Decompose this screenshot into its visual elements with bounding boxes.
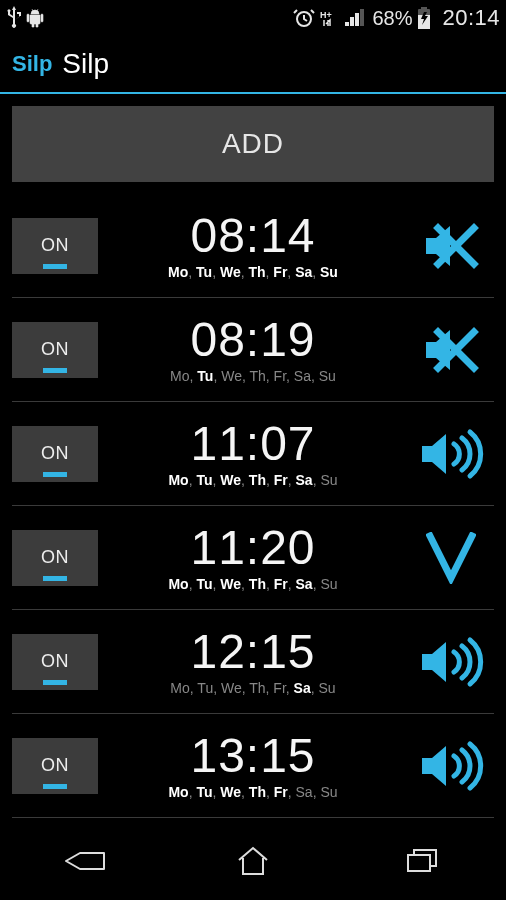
day-label: Sa	[295, 264, 312, 280]
time-block[interactable]: 08:14Mo, Tu, We, Th, Fr, Sa, Su	[98, 212, 408, 280]
day-label: We	[220, 472, 241, 488]
days-row: Mo, Tu, We, Th, Fr, Sa, Su	[168, 264, 338, 280]
day-label: Tu	[196, 576, 212, 592]
schedule-time: 13:15	[190, 732, 315, 780]
svg-text:H+: H+	[320, 10, 332, 20]
schedule-time: 12:15	[190, 628, 315, 676]
day-label: Fr	[274, 368, 286, 384]
day-label: Fr	[274, 472, 288, 488]
day-label: Tu	[196, 784, 212, 800]
on-toggle-label: ON	[41, 339, 69, 360]
day-label: Su	[320, 576, 337, 592]
on-toggle-label: ON	[41, 651, 69, 672]
day-label: Mo	[170, 368, 189, 384]
time-block[interactable]: 11:20Mo, Tu, We, Th, Fr, Sa, Su	[98, 524, 408, 592]
day-label: Sa	[296, 784, 313, 800]
day-label: Su	[320, 784, 337, 800]
on-toggle-label: ON	[41, 443, 69, 464]
schedule-time: 11:07	[190, 420, 315, 468]
sound-icon[interactable]	[408, 426, 494, 482]
schedule-row[interactable]: ON11:20Mo, Tu, We, Th, Fr, Sa, Su	[12, 506, 494, 610]
app-brand: Silp	[12, 51, 52, 77]
day-label: We	[220, 264, 241, 280]
day-label: Th	[249, 680, 265, 696]
schedule-time: 11:20	[190, 524, 315, 572]
app-title-bar: Silp Silp	[0, 36, 506, 94]
day-label: Su	[319, 680, 336, 696]
day-label: We	[220, 784, 241, 800]
time-block[interactable]: 11:07Mo, Tu, We, Th, Fr, Sa, Su	[98, 420, 408, 488]
day-label: Mo	[170, 680, 189, 696]
day-label: Th	[248, 264, 265, 280]
time-block[interactable]: 13:15Mo, Tu, We, Th, Fr, Sa, Su	[98, 732, 408, 800]
system-nav-bar	[0, 822, 506, 900]
day-label: We	[221, 680, 242, 696]
schedule-row[interactable]: ON12:15Mo, Tu, We, Th, Fr, Sa, Su	[12, 610, 494, 714]
schedule-time: 08:19	[190, 316, 315, 364]
day-label: We	[221, 368, 242, 384]
day-label: Su	[319, 368, 336, 384]
battery-icon	[416, 6, 432, 30]
on-toggle-label: ON	[41, 755, 69, 776]
on-toggle[interactable]: ON	[12, 634, 98, 690]
day-label: Fr	[273, 680, 285, 696]
add-button[interactable]: ADD	[12, 106, 494, 182]
mute-icon[interactable]	[408, 218, 494, 274]
sound-icon[interactable]	[408, 634, 494, 690]
schedule-row[interactable]: ON11:07Mo, Tu, We, Th, Fr, Sa, Su	[12, 402, 494, 506]
signal-icon	[344, 8, 366, 28]
day-label: Sa	[294, 680, 311, 696]
schedule-row[interactable]: ON13:15Mo, Tu, We, Th, Fr, Sa, Su	[12, 714, 494, 818]
day-label: Th	[249, 784, 266, 800]
day-label: Sa	[294, 368, 311, 384]
days-row: Mo, Tu, We, Th, Fr, Sa, Su	[168, 576, 337, 592]
data-icon: H+	[320, 8, 340, 28]
day-label: Fr	[274, 784, 288, 800]
time-block[interactable]: 12:15Mo, Tu, We, Th, Fr, Sa, Su	[98, 628, 408, 696]
days-row: Mo, Tu, We, Th, Fr, Sa, Su	[168, 784, 337, 800]
day-label: Mo	[168, 576, 188, 592]
android-icon	[26, 7, 44, 29]
vibrate-icon[interactable]	[408, 532, 494, 584]
day-label: Tu	[196, 264, 212, 280]
recent-apps-button[interactable]	[382, 837, 462, 885]
day-label: Mo	[168, 784, 188, 800]
content: ADD ON08:14Mo, Tu, We, Th, Fr, Sa, Su ON…	[0, 94, 506, 818]
day-label: Th	[249, 368, 265, 384]
battery-percent: 68%	[372, 7, 412, 30]
day-label: Tu	[197, 680, 213, 696]
day-label: Th	[249, 472, 266, 488]
time-block[interactable]: 08:19Mo, Tu, We, Th, Fr, Sa, Su	[98, 316, 408, 384]
add-button-label: ADD	[222, 128, 284, 160]
day-label: Tu	[196, 472, 212, 488]
on-toggle[interactable]: ON	[12, 530, 98, 586]
day-label: Fr	[273, 264, 287, 280]
schedule-row[interactable]: ON08:14Mo, Tu, We, Th, Fr, Sa, Su	[12, 194, 494, 298]
days-row: Mo, Tu, We, Th, Fr, Sa, Su	[168, 472, 337, 488]
day-label: Mo	[168, 264, 188, 280]
status-time: 20:14	[442, 5, 500, 31]
day-label: Th	[249, 576, 266, 592]
day-label: Su	[320, 472, 337, 488]
back-button[interactable]	[44, 837, 124, 885]
status-left	[6, 6, 44, 30]
svg-rect-9	[408, 855, 430, 871]
days-row: Mo, Tu, We, Th, Fr, Sa, Su	[170, 680, 335, 696]
home-button[interactable]	[213, 837, 293, 885]
schedule-list: ON08:14Mo, Tu, We, Th, Fr, Sa, Su ON08:1…	[12, 194, 494, 818]
alarm-icon	[292, 6, 316, 30]
on-toggle[interactable]: ON	[12, 426, 98, 482]
schedule-time: 08:14	[190, 212, 315, 260]
on-toggle[interactable]: ON	[12, 218, 98, 274]
status-right: H+ 68% 20:14	[292, 5, 500, 31]
svg-rect-3	[421, 7, 427, 10]
sound-icon[interactable]	[408, 738, 494, 794]
mute-icon[interactable]	[408, 322, 494, 378]
days-row: Mo, Tu, We, Th, Fr, Sa, Su	[170, 368, 336, 384]
schedule-row[interactable]: ON08:19Mo, Tu, We, Th, Fr, Sa, Su	[12, 298, 494, 402]
status-bar: H+ 68% 20:14	[0, 0, 506, 36]
day-label: Tu	[197, 368, 213, 384]
on-toggle[interactable]: ON	[12, 738, 98, 794]
page-title: Silp	[62, 48, 109, 80]
on-toggle[interactable]: ON	[12, 322, 98, 378]
